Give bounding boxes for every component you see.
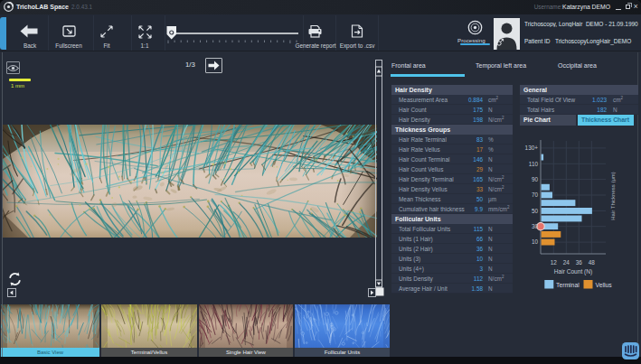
svg-text:50: 50 xyxy=(532,208,539,214)
svg-text:48: 48 xyxy=(589,259,596,266)
svg-text:70: 70 xyxy=(532,191,539,198)
svg-text:110: 110 xyxy=(529,161,539,167)
svg-text:130+: 130+ xyxy=(525,145,539,151)
svg-text:Hair Count (N): Hair Count (N) xyxy=(554,268,593,275)
svg-text:12: 12 xyxy=(551,259,558,266)
svg-text:10: 10 xyxy=(532,238,539,245)
svg-text:30: 30 xyxy=(532,223,539,229)
svg-text:Hair Thickness (μm): Hair Thickness (μm) xyxy=(610,172,616,220)
svg-text:36: 36 xyxy=(576,259,583,266)
svg-text:24: 24 xyxy=(563,259,570,266)
svg-text:Vellus: Vellus xyxy=(596,282,613,288)
svg-text:90: 90 xyxy=(532,176,539,182)
svg-text:Terminal: Terminal xyxy=(556,282,580,288)
